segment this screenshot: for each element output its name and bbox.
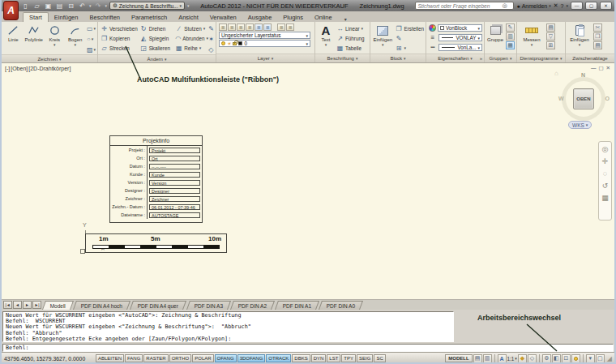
tab-einfuegen[interactable]: Einfügen <box>49 13 84 22</box>
lineweight-icon[interactable]: ≡ <box>429 34 437 41</box>
help-dropdown-icon[interactable]: ▾ <box>566 3 568 8</box>
layer-bulb-icon[interactable] <box>221 41 225 45</box>
layer-off-icon[interactable]: ≣ <box>228 24 236 31</box>
layout-tab-a1[interactable]: PDF DIN A1 <box>274 301 319 310</box>
tab-online[interactable]: Online <box>309 13 338 22</box>
color-wheel-icon[interactable] <box>429 24 436 32</box>
array-button[interactable]: ▦Reihe▾ <box>175 43 206 53</box>
quick-calc-button[interactable]: ⊞ <box>546 41 555 49</box>
ungroup-button[interactable]: ▥ <box>506 32 515 41</box>
undo-icon[interactable]: ↶ <box>78 2 87 10</box>
layer-unlock-glyph-icon[interactable] <box>233 42 237 45</box>
object-color-dropdown[interactable]: VonBlock▾ <box>438 24 482 32</box>
block-editor-button[interactable]: ✎ <box>396 33 425 43</box>
layer-properties-icon[interactable]: ≣ <box>219 24 227 31</box>
group-edit-button[interactable]: ✎ <box>506 24 515 32</box>
panel-label-block[interactable]: Block▾ <box>370 54 426 62</box>
search-input[interactable] <box>417 3 502 9</box>
layout-prev-icon[interactable]: ◄ <box>13 301 22 309</box>
viewcube[interactable]: ⌂ N W O S OBEN <box>558 73 610 125</box>
draw-polyline-button[interactable]: Polylinie <box>24 24 42 54</box>
layout-last-icon[interactable]: ►| <box>32 301 41 309</box>
redo-dropdown-icon[interactable]: ▾ <box>105 3 108 8</box>
layout-tab-a2[interactable]: PDF DIN A2 <box>230 301 275 310</box>
draw-hatch-button[interactable]: ▨▾ <box>87 45 96 54</box>
draw-rectangle-button[interactable]: ▭▾ <box>87 24 96 33</box>
paste-special-button[interactable]: ▤ <box>593 41 602 49</box>
toolbar-lock-icon[interactable]: ◧ <box>552 354 561 363</box>
arc-flyout-icon[interactable]: ▾ <box>74 43 76 46</box>
circle-flyout-icon[interactable]: ▾ <box>53 43 56 46</box>
fade-button[interactable]: ◇ <box>208 45 214 54</box>
tab-beschriften[interactable]: Beschriften <box>83 13 126 22</box>
viewport-view-control[interactable]: [Oben] <box>11 66 28 71</box>
layout-space-icon[interactable]: ▥ <box>483 354 492 363</box>
modell-button[interactable]: MODELL <box>445 354 472 362</box>
nav-orbit-icon[interactable]: ↺ <box>602 182 609 190</box>
maximize-button[interactable]: ▢ <box>585 2 597 10</box>
qat-customize-icon[interactable]: ▾ <box>187 3 190 8</box>
viewport-menu-control[interactable]: [-] <box>5 66 10 71</box>
drawing-close-icon[interactable]: ✕ <box>606 65 610 71</box>
model-space-icon[interactable]: ▤ <box>473 354 482 363</box>
tab-start[interactable]: Start <box>23 12 49 22</box>
resize-grip[interactable]: ◢ <box>607 355 612 362</box>
toggle-polar[interactable]: POLAR <box>192 354 213 362</box>
create-block-button[interactable]: ❐Erstellen <box>396 24 425 33</box>
cut-button[interactable]: ✂ <box>593 24 602 32</box>
toggle-lst[interactable]: LST <box>327 354 340 362</box>
linetype-dropdown[interactable]: VonLa...▾ <box>438 44 482 51</box>
toggle-tpy[interactable]: TPY <box>341 354 356 362</box>
layer-lock-icon[interactable]: ≣ <box>277 24 285 31</box>
layout-tab-a0[interactable]: PDF DIN A0 <box>319 301 363 310</box>
viewcube-north[interactable]: N <box>581 72 585 78</box>
toggle-raster[interactable]: RASTER <box>143 354 168 362</box>
redo-icon[interactable]: ↷ <box>94 2 103 10</box>
toggle-fang[interactable]: FANG <box>125 354 143 362</box>
nav-pan-icon[interactable]: ✛ <box>602 157 609 165</box>
toggle-ofang[interactable]: OFANG <box>215 354 237 362</box>
plot-icon[interactable]: ⊟ <box>66 2 75 10</box>
layout-tab-a4-hoch[interactable]: PDF DIN A4 hoch <box>73 301 130 310</box>
attribute-button[interactable]: ⊞▾ <box>396 43 425 53</box>
annotation-scale-value[interactable]: 1:1 <box>507 356 515 362</box>
toggle-ableiten[interactable]: ABLEITEN <box>96 354 124 362</box>
toggle-3dofang[interactable]: 3DOFANG <box>237 354 266 362</box>
viewcube-east[interactable]: O <box>605 96 610 101</box>
panel-label-layer[interactable]: Layer▾ <box>216 54 314 62</box>
annotation-scale-dropdown-icon[interactable]: ▾ <box>515 356 517 361</box>
quick-select-button[interactable]: ▽ <box>546 32 555 41</box>
open-file-icon[interactable]: ▱ <box>32 2 41 10</box>
panel-label-zwischenablage[interactable]: Zwischenablage <box>566 54 614 62</box>
leader-button[interactable]: ↗Führung <box>336 33 364 43</box>
panel-label-eigenschaften[interactable]: Eigenschaften▾» <box>426 54 484 62</box>
panel-label-beschriftung[interactable]: Beschriftung▾ <box>315 54 370 62</box>
drawing-minimize-icon[interactable]: — <box>591 65 597 71</box>
stretch-button[interactable]: ▱Strecken <box>101 43 138 53</box>
draw-arc-button[interactable]: Bogen ▾ <box>66 24 83 54</box>
measure-button[interactable]: Messen ▾ <box>520 24 544 54</box>
eigenschaften-dialog-launcher[interactable]: » <box>480 56 482 61</box>
group-button[interactable]: Gruppe <box>487 24 503 54</box>
help-button[interactable]: ? <box>561 3 564 9</box>
layer-state-dropdown[interactable]: Ungesicherter Layerstatus ▾ <box>219 32 310 39</box>
tab-ansicht[interactable]: Ansicht <box>173 13 204 22</box>
nav-wheel-icon[interactable]: ◎ <box>602 145 609 153</box>
ribbon-collapse-button[interactable]: ▾ <box>344 16 347 22</box>
panel-label-gruppen[interactable]: Gruppen▾ <box>485 54 516 62</box>
search-icon[interactable]: ◎ <box>502 2 507 9</box>
panel-label-aendern[interactable]: Ändern▾ <box>98 54 216 62</box>
mirror-button[interactable]: ◭Spiegeln <box>140 33 173 43</box>
layout-tab-a4-quer[interactable]: PDF DIN A4 quer <box>130 301 186 310</box>
command-history[interactable]: Neuen Wert für WSCURRENT eingeben <"Auto… <box>2 311 454 342</box>
layer-prev-icon[interactable]: ≣ <box>263 24 272 31</box>
layer-sun-icon[interactable]: ☀ <box>227 41 231 46</box>
copy-button[interactable]: ❐Kopieren <box>101 33 138 43</box>
workspace-dropdown[interactable]: ⚙ Zeichnung & Beschriftu... ▾ <box>109 2 185 10</box>
dimension-linear-button[interactable]: ↔Linear▾ <box>336 24 364 33</box>
drawing-canvas[interactable]: [-] [Oben] [2D-Drahtkörper] — ▢ ✕ ⌂ N W … <box>2 63 614 299</box>
toggle-ortho[interactable]: ORTHO <box>169 354 192 362</box>
fillet-button[interactable]: ◠Abrunden▾ <box>175 33 206 43</box>
panel-label-zeichnen[interactable]: Zeichnen▾ <box>2 54 97 62</box>
id-point-button[interactable]: ▤ <box>546 24 555 32</box>
